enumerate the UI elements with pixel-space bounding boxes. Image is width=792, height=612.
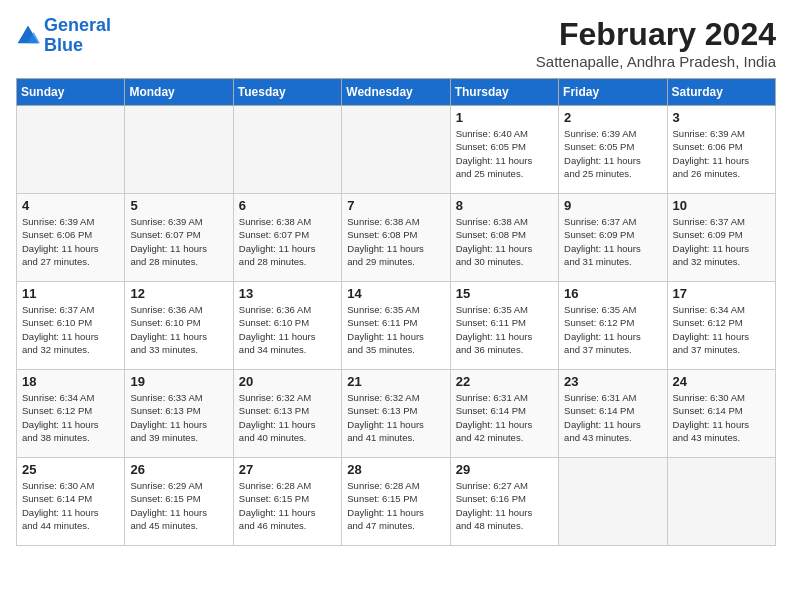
day-number: 11 <box>22 286 119 301</box>
day-cell: 19Sunrise: 6:33 AM Sunset: 6:13 PM Dayli… <box>125 370 233 458</box>
location: Sattenapalle, Andhra Pradesh, India <box>536 53 776 70</box>
day-number: 23 <box>564 374 661 389</box>
logo-text: General Blue <box>44 16 111 56</box>
day-info: Sunrise: 6:35 AM Sunset: 6:12 PM Dayligh… <box>564 303 661 356</box>
day-number: 7 <box>347 198 444 213</box>
day-number: 2 <box>564 110 661 125</box>
day-cell: 12Sunrise: 6:36 AM Sunset: 6:10 PM Dayli… <box>125 282 233 370</box>
day-cell: 13Sunrise: 6:36 AM Sunset: 6:10 PM Dayli… <box>233 282 341 370</box>
day-info: Sunrise: 6:35 AM Sunset: 6:11 PM Dayligh… <box>347 303 444 356</box>
calendar-table: SundayMondayTuesdayWednesdayThursdayFrid… <box>16 78 776 546</box>
day-number: 8 <box>456 198 553 213</box>
day-info: Sunrise: 6:36 AM Sunset: 6:10 PM Dayligh… <box>239 303 336 356</box>
day-cell: 15Sunrise: 6:35 AM Sunset: 6:11 PM Dayli… <box>450 282 558 370</box>
day-cell: 9Sunrise: 6:37 AM Sunset: 6:09 PM Daylig… <box>559 194 667 282</box>
day-number: 25 <box>22 462 119 477</box>
day-info: Sunrise: 6:37 AM Sunset: 6:09 PM Dayligh… <box>564 215 661 268</box>
header-row: SundayMondayTuesdayWednesdayThursdayFrid… <box>17 79 776 106</box>
day-cell: 11Sunrise: 6:37 AM Sunset: 6:10 PM Dayli… <box>17 282 125 370</box>
day-info: Sunrise: 6:37 AM Sunset: 6:09 PM Dayligh… <box>673 215 770 268</box>
day-info: Sunrise: 6:32 AM Sunset: 6:13 PM Dayligh… <box>239 391 336 444</box>
day-cell: 23Sunrise: 6:31 AM Sunset: 6:14 PM Dayli… <box>559 370 667 458</box>
day-cell: 27Sunrise: 6:28 AM Sunset: 6:15 PM Dayli… <box>233 458 341 546</box>
day-info: Sunrise: 6:27 AM Sunset: 6:16 PM Dayligh… <box>456 479 553 532</box>
day-cell <box>667 458 775 546</box>
header-cell-friday: Friday <box>559 79 667 106</box>
day-cell: 17Sunrise: 6:34 AM Sunset: 6:12 PM Dayli… <box>667 282 775 370</box>
header-cell-wednesday: Wednesday <box>342 79 450 106</box>
day-cell: 16Sunrise: 6:35 AM Sunset: 6:12 PM Dayli… <box>559 282 667 370</box>
day-number: 29 <box>456 462 553 477</box>
day-number: 12 <box>130 286 227 301</box>
day-cell: 3Sunrise: 6:39 AM Sunset: 6:06 PM Daylig… <box>667 106 775 194</box>
day-cell: 1Sunrise: 6:40 AM Sunset: 6:05 PM Daylig… <box>450 106 558 194</box>
day-number: 19 <box>130 374 227 389</box>
day-number: 18 <box>22 374 119 389</box>
day-cell: 22Sunrise: 6:31 AM Sunset: 6:14 PM Dayli… <box>450 370 558 458</box>
day-info: Sunrise: 6:30 AM Sunset: 6:14 PM Dayligh… <box>22 479 119 532</box>
day-info: Sunrise: 6:34 AM Sunset: 6:12 PM Dayligh… <box>22 391 119 444</box>
day-cell: 18Sunrise: 6:34 AM Sunset: 6:12 PM Dayli… <box>17 370 125 458</box>
day-cell <box>17 106 125 194</box>
day-info: Sunrise: 6:28 AM Sunset: 6:15 PM Dayligh… <box>347 479 444 532</box>
day-cell: 29Sunrise: 6:27 AM Sunset: 6:16 PM Dayli… <box>450 458 558 546</box>
day-info: Sunrise: 6:35 AM Sunset: 6:11 PM Dayligh… <box>456 303 553 356</box>
day-number: 26 <box>130 462 227 477</box>
day-cell: 21Sunrise: 6:32 AM Sunset: 6:13 PM Dayli… <box>342 370 450 458</box>
header-cell-sunday: Sunday <box>17 79 125 106</box>
day-cell: 5Sunrise: 6:39 AM Sunset: 6:07 PM Daylig… <box>125 194 233 282</box>
day-cell: 14Sunrise: 6:35 AM Sunset: 6:11 PM Dayli… <box>342 282 450 370</box>
header-cell-tuesday: Tuesday <box>233 79 341 106</box>
header-cell-monday: Monday <box>125 79 233 106</box>
day-info: Sunrise: 6:30 AM Sunset: 6:14 PM Dayligh… <box>673 391 770 444</box>
day-number: 17 <box>673 286 770 301</box>
day-cell <box>125 106 233 194</box>
day-number: 13 <box>239 286 336 301</box>
day-info: Sunrise: 6:28 AM Sunset: 6:15 PM Dayligh… <box>239 479 336 532</box>
day-info: Sunrise: 6:39 AM Sunset: 6:06 PM Dayligh… <box>22 215 119 268</box>
day-number: 21 <box>347 374 444 389</box>
day-number: 24 <box>673 374 770 389</box>
day-number: 3 <box>673 110 770 125</box>
day-info: Sunrise: 6:38 AM Sunset: 6:07 PM Dayligh… <box>239 215 336 268</box>
week-row-1: 1Sunrise: 6:40 AM Sunset: 6:05 PM Daylig… <box>17 106 776 194</box>
logo-line1: General <box>44 15 111 35</box>
week-row-2: 4Sunrise: 6:39 AM Sunset: 6:06 PM Daylig… <box>17 194 776 282</box>
day-cell: 20Sunrise: 6:32 AM Sunset: 6:13 PM Dayli… <box>233 370 341 458</box>
day-info: Sunrise: 6:29 AM Sunset: 6:15 PM Dayligh… <box>130 479 227 532</box>
week-row-5: 25Sunrise: 6:30 AM Sunset: 6:14 PM Dayli… <box>17 458 776 546</box>
day-info: Sunrise: 6:31 AM Sunset: 6:14 PM Dayligh… <box>456 391 553 444</box>
logo-icon <box>16 24 40 48</box>
day-cell <box>342 106 450 194</box>
day-cell: 6Sunrise: 6:38 AM Sunset: 6:07 PM Daylig… <box>233 194 341 282</box>
week-row-4: 18Sunrise: 6:34 AM Sunset: 6:12 PM Dayli… <box>17 370 776 458</box>
day-cell: 25Sunrise: 6:30 AM Sunset: 6:14 PM Dayli… <box>17 458 125 546</box>
day-number: 28 <box>347 462 444 477</box>
day-cell: 26Sunrise: 6:29 AM Sunset: 6:15 PM Dayli… <box>125 458 233 546</box>
day-number: 20 <box>239 374 336 389</box>
day-cell: 7Sunrise: 6:38 AM Sunset: 6:08 PM Daylig… <box>342 194 450 282</box>
day-number: 5 <box>130 198 227 213</box>
day-cell: 4Sunrise: 6:39 AM Sunset: 6:06 PM Daylig… <box>17 194 125 282</box>
day-info: Sunrise: 6:33 AM Sunset: 6:13 PM Dayligh… <box>130 391 227 444</box>
title-block: February 2024 Sattenapalle, Andhra Prade… <box>536 16 776 70</box>
day-info: Sunrise: 6:36 AM Sunset: 6:10 PM Dayligh… <box>130 303 227 356</box>
day-cell: 8Sunrise: 6:38 AM Sunset: 6:08 PM Daylig… <box>450 194 558 282</box>
logo-line2: Blue <box>44 35 83 55</box>
day-info: Sunrise: 6:32 AM Sunset: 6:13 PM Dayligh… <box>347 391 444 444</box>
day-number: 6 <box>239 198 336 213</box>
day-number: 10 <box>673 198 770 213</box>
day-info: Sunrise: 6:39 AM Sunset: 6:06 PM Dayligh… <box>673 127 770 180</box>
day-number: 4 <box>22 198 119 213</box>
week-row-3: 11Sunrise: 6:37 AM Sunset: 6:10 PM Dayli… <box>17 282 776 370</box>
day-number: 9 <box>564 198 661 213</box>
day-info: Sunrise: 6:40 AM Sunset: 6:05 PM Dayligh… <box>456 127 553 180</box>
page-header: General Blue February 2024 Sattenapalle,… <box>16 16 776 70</box>
day-info: Sunrise: 6:31 AM Sunset: 6:14 PM Dayligh… <box>564 391 661 444</box>
day-info: Sunrise: 6:39 AM Sunset: 6:05 PM Dayligh… <box>564 127 661 180</box>
header-cell-thursday: Thursday <box>450 79 558 106</box>
day-number: 14 <box>347 286 444 301</box>
day-number: 16 <box>564 286 661 301</box>
day-cell: 2Sunrise: 6:39 AM Sunset: 6:05 PM Daylig… <box>559 106 667 194</box>
day-cell <box>559 458 667 546</box>
